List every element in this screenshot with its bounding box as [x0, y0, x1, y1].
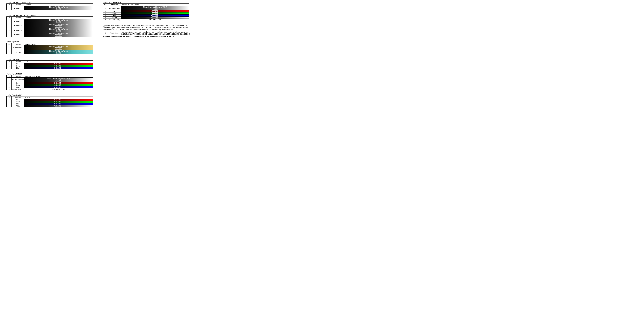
- cell-fn: Red: [12, 63, 24, 65]
- strobe-seg-top: 3fps: [138, 31, 142, 33]
- cell-bar: R0 .. 255: [24, 82, 93, 84]
- col-ch: Ch.: [103, 3, 108, 6]
- col-ch: Ch.: [6, 16, 12, 19]
- bar-range: 0 .. 255: [55, 8, 62, 10]
- bar-range: 0 .. 255: [55, 67, 62, 69]
- title-bold: RGB: [16, 58, 20, 60]
- col-fn: Function: [12, 43, 24, 45]
- cell-ch: 2: [6, 101, 12, 103]
- bar-range: 0 .. 255: [55, 63, 62, 65]
- cell-fn: Blue: [108, 14, 121, 16]
- bar-range: 0 .. 255: [55, 84, 62, 86]
- cell-bar: W0 .. 255: [24, 105, 93, 107]
- col-fn: Function: [12, 16, 24, 19]
- col-fn: Function: [12, 61, 24, 63]
- cell-bar: B0 .. 255: [121, 14, 189, 16]
- strobe-ch: 6: [103, 31, 108, 35]
- bar-label: Master Dimmer (Brightness Value): [47, 78, 70, 80]
- gradient-bar: Master Dimmer (Brightness Value)0 .. 255: [121, 6, 189, 10]
- title-pre: Profile Type:: [6, 58, 16, 60]
- cell-bar: R0 .. 255: [24, 99, 93, 101]
- right-column: Profile Type: MRGBWSCh.FunctionMaster+RG…: [103, 1, 189, 111]
- cell-fn: Strobe Rate (*): [108, 19, 121, 21]
- cell-bar: B0 .. 255: [24, 103, 93, 105]
- strobe-seg-bot: 128..143: [155, 33, 159, 35]
- cell-ch: 2: [6, 50, 12, 54]
- dmx-table: Ch.FunctionDimmer1Dimmer 1Dimmer (Bright…: [6, 16, 93, 37]
- strobe-seg-top: blackout: [125, 31, 130, 33]
- bar-prefix: W: [151, 17, 152, 18]
- title-post: – 1 DMX channel: [18, 1, 31, 3]
- cell-ch: 2: [6, 82, 12, 84]
- bar-prefix: B: [151, 15, 152, 16]
- col-desc: Master+RGB+Strobe: [24, 75, 93, 78]
- strobe-seg-top: 2fps: [134, 31, 138, 33]
- col-fn: Function: [12, 3, 24, 6]
- cell-fn: White: [108, 16, 121, 19]
- strobe-seg-bot: 160..175: [164, 33, 168, 35]
- strobe-seg-top: 12fps: [172, 31, 176, 33]
- bar-prefix: G: [54, 84, 56, 86]
- gradient-bar: R0 .. 255: [24, 63, 92, 65]
- cell-ch: 6: [103, 19, 108, 21]
- cell-fn: Dimmer 2: [12, 23, 24, 28]
- strobe-seg-top: 5fps: [146, 31, 151, 33]
- col-desc: Dimmer: [24, 3, 93, 6]
- cell-ch: 1: [6, 45, 12, 50]
- cell-bar: G0 .. 255: [121, 12, 189, 14]
- dmx-table: Ch.FunctionTunable White1Warm WhiteDimme…: [6, 43, 93, 54]
- cell-fn: Dimmer 4: [12, 32, 24, 37]
- bar-prefix: R: [54, 99, 56, 101]
- cell-bar: STROBO 0 .. 255: [121, 19, 189, 21]
- cell-bar: Dimmer (Brightness Value)0 .. 255: [24, 28, 93, 32]
- bar-prefix: B: [54, 67, 56, 69]
- cell-fn: Dimmer 1: [12, 19, 24, 23]
- profile-mrgbs: Profile Type: MRGBSCh.FunctionMaster+RGB…: [6, 73, 93, 90]
- strobe-seg-bot: 96..111: [146, 33, 151, 35]
- bar-range: 0 .. 255: [55, 105, 62, 107]
- cell-bar: G0 .. 255: [24, 101, 93, 103]
- dmx-table: Ch.FunctionRGBW1RedR0 .. 2552GreenG0 .. …: [6, 96, 93, 107]
- cell-ch: 1: [6, 19, 12, 23]
- gradient-bar: G0 .. 255: [24, 65, 92, 67]
- table-row: 3Dimmer 3Dimmer (Brightness Value)0 .. 2…: [6, 28, 93, 32]
- cell-bar: B0 .. 255: [24, 86, 93, 88]
- strobe-table: 6Strobe Ratefixblackout1fps2fps3fps4fps5…: [103, 31, 189, 35]
- strobe-seg-bot: 80..95: [142, 33, 146, 35]
- cell-ch: 1: [103, 6, 108, 10]
- cell-bar: Dimmer (Brightness Value)0 .. 255: [24, 45, 93, 50]
- bar-range: 0 .. 255: [55, 99, 62, 101]
- cell-ch: 2: [6, 23, 12, 28]
- gradient-bar: R0 .. 255: [24, 99, 92, 101]
- bar-label: Dimmer (Brightness Value): [49, 19, 68, 21]
- title-post: – 4 DMX channel: [22, 14, 36, 16]
- gradient-bar: R0 .. 255: [24, 82, 92, 84]
- strobe-seg-bot: 208..223: [176, 33, 181, 35]
- table-row: 4BlueB0 .. 255: [6, 86, 93, 88]
- title-pre: Profile Type:: [6, 1, 16, 3]
- strobe-seg-top: 14fps: [176, 31, 181, 33]
- dmx-table: Ch.FunctionMaster+RGBW+Strobe1Master Dim…: [103, 3, 189, 21]
- table-row: 3BlueB0 .. 255: [6, 67, 93, 69]
- profile-title: Profile Type: MRGBWS: [103, 1, 189, 3]
- strobe-seg-top: 10fps: [168, 31, 172, 33]
- cell-bar: Master Dimmer (Brightness Value)0 .. 255: [121, 6, 189, 10]
- bar-range: 0 .. 255: [152, 14, 158, 16]
- title-pre: Profile Type:: [103, 1, 113, 3]
- dmx-table: Ch.FunctionDimmer1Dimmer 1Dimmer (Bright…: [6, 3, 93, 10]
- cell-bar: Dimmer (Brightness Value)0 .. 255: [24, 6, 93, 10]
- cell-ch: 3: [6, 84, 12, 86]
- table-row: 2Dimmer 2Dimmer (Brightness Value)0 .. 2…: [6, 23, 93, 28]
- gradient-bar: W0 .. 255: [24, 105, 92, 107]
- strobo-text: STROBO 0 .. 255: [52, 88, 64, 90]
- strobo-bar: STROBO 0 .. 255: [121, 19, 189, 20]
- bar-label: Dimmer (Brightness Value): [49, 50, 68, 52]
- cell-bar: Master Dimmer (Brightness Value)0 .. 255: [24, 78, 93, 82]
- bar-range: 0 .. 255: [55, 52, 62, 54]
- bar-prefix: R: [54, 82, 56, 84]
- profile-title: Profile Type: WWWW – 4 DMX channel: [6, 14, 93, 16]
- cell-ch: 2: [103, 10, 108, 12]
- cell-fn: Warm White: [12, 45, 24, 50]
- cell-fn: Red: [108, 10, 121, 12]
- table-row: 1RedR0 .. 255: [6, 63, 93, 65]
